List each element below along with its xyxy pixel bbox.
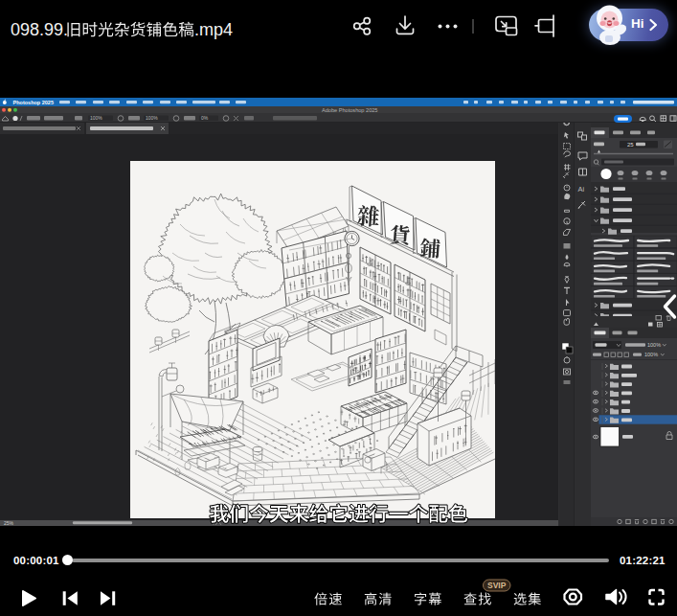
svg-text:100%: 100%	[644, 352, 658, 357]
svg-text:100%: 100%	[90, 115, 102, 121]
svg-text:100%: 100%	[647, 342, 661, 348]
svg-text:25%: 25%	[4, 520, 14, 526]
svg-text:0%: 0%	[201, 115, 209, 121]
svg-text:.mp4: .mp4	[194, 20, 233, 39]
svg-text:Adobe Photoshop 2025: Adobe Photoshop 2025	[322, 107, 377, 113]
svg-text:098.99.: 098.99.	[11, 20, 68, 39]
svg-text:Ai: Ai	[578, 185, 585, 194]
svg-text:25: 25	[627, 142, 634, 148]
svg-text:Photoshop 2025: Photoshop 2025	[13, 100, 54, 105]
svg-text:100%: 100%	[146, 115, 158, 121]
svg-text:SVIP: SVIP	[487, 581, 507, 590]
